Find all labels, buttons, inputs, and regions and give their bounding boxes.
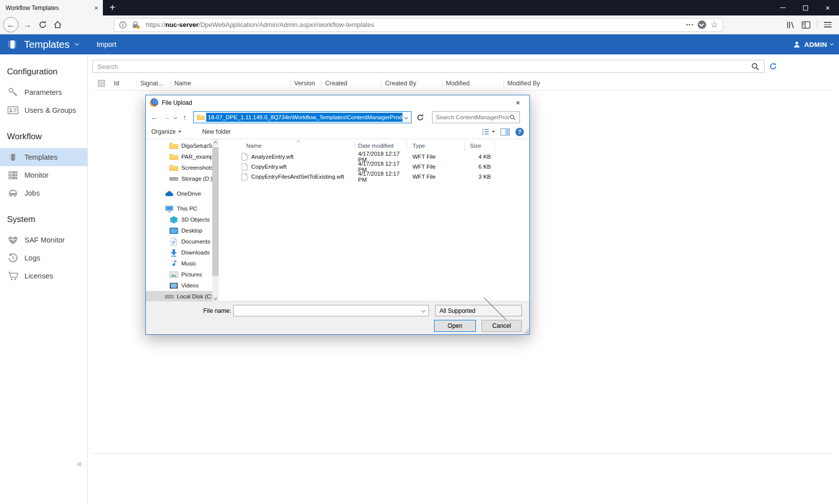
nav-forward-icon[interactable]: → — [162, 114, 171, 121]
dialog-search-box[interactable]: Search ContentManagerProd... — [432, 111, 520, 123]
tree-scrollbar[interactable] — [212, 139, 219, 302]
user-menu[interactable]: ADMIN — [793, 41, 833, 48]
address-refresh-icon[interactable] — [416, 114, 424, 121]
tab-close-icon[interactable]: × — [94, 4, 98, 11]
file-row[interactable]: CopyEntry.wft4/17/2018 12:17 PMWFT File6… — [222, 162, 529, 172]
window-maximize-button[interactable] — [794, 0, 817, 15]
home-button[interactable] — [50, 17, 65, 32]
search-icon[interactable] — [751, 62, 760, 71]
help-icon[interactable]: ? — [515, 128, 524, 136]
organize-menu[interactable]: Organize — [151, 128, 176, 135]
dialog-close-button[interactable]: × — [506, 95, 529, 110]
tree-item-videos[interactable]: Videos — [146, 280, 212, 291]
menu-import[interactable]: Import — [96, 40, 116, 48]
open-button[interactable]: Open — [434, 320, 476, 332]
file-name-combobox[interactable] — [233, 305, 429, 316]
dialog-titlebar[interactable]: File Upload × — [146, 95, 529, 110]
column-header-name[interactable]: Name — [170, 79, 290, 88]
url-text[interactable]: https://nuc-server/DpeWebApplication/Adm… — [146, 21, 682, 28]
list-column-date-modified[interactable]: Date modified — [355, 142, 408, 150]
sidebar-collapse-button[interactable]: « — [77, 459, 81, 469]
list-column-type[interactable]: Type — [408, 142, 465, 150]
tree-item-3d-objects[interactable]: 3D Objects — [146, 214, 212, 225]
bookmark-star-icon[interactable]: ☆ — [711, 20, 718, 29]
back-button[interactable]: ← — [3, 17, 18, 32]
tree-item-storage-d[interactable]: Storage (D:) — [146, 173, 212, 184]
resize-grip[interactable] — [522, 327, 529, 334]
column-header-modified[interactable]: Modified — [442, 79, 503, 88]
cancel-button[interactable]: Cancel — [481, 320, 522, 332]
column-header-created[interactable]: Created — [321, 79, 381, 88]
tree-item-onedrive[interactable]: OneDrive — [146, 188, 212, 199]
window-minimize-button[interactable] — [772, 0, 794, 15]
address-dropdown-icon[interactable] — [405, 115, 408, 119]
reload-button[interactable] — [35, 17, 50, 32]
file-name[interactable]: CopyEntry.wft — [251, 164, 287, 170]
template-search-box[interactable] — [92, 60, 765, 73]
sidebar-item-logs[interactable]: Logs — [0, 249, 87, 267]
scrollbar-thumb[interactable] — [212, 147, 219, 276]
column-header-created-by[interactable]: Created By — [381, 79, 442, 88]
insecure-lock-icon[interactable] — [131, 20, 141, 29]
sidebar-item-users-groups[interactable]: Users & Groups — [0, 101, 87, 119]
file-type-value: All Supported Types — [439, 307, 477, 314]
tree-item-digasetupserver[interactable]: DigaSetupServer — [146, 140, 212, 151]
pocket-icon[interactable] — [698, 20, 706, 29]
combobox-dropdown-icon[interactable] — [421, 308, 425, 312]
url-bar[interactable]: https://nuc-server/DpeWebApplication/Adm… — [114, 18, 723, 32]
tree-item-downloads[interactable]: Downloads — [146, 247, 212, 258]
column-header-id[interactable]: Id — [110, 79, 136, 88]
file-row[interactable]: CopyEntryFilesAndSetToExisting.wft4/17/2… — [222, 172, 529, 182]
dialog-content: DigaSetupServerPAR_examplesScreenshotsSt… — [146, 139, 529, 302]
page-info-icon[interactable] — [119, 21, 127, 29]
chevron-down-icon[interactable] — [75, 41, 79, 45]
page-title[interactable]: Templates — [24, 39, 69, 50]
tree-item-par-examples[interactable]: PAR_examples — [146, 151, 212, 162]
search-input[interactable] — [97, 63, 751, 70]
column-header-modified-by[interactable]: Modified By — [503, 79, 831, 88]
nav-up-icon[interactable]: ↑ — [180, 114, 189, 121]
window-close-button[interactable]: × — [817, 0, 839, 15]
tree-item-music[interactable]: Music — [146, 258, 212, 269]
sidebar-item-parameters[interactable]: Parameters — [0, 83, 87, 101]
sidebar-item-monitor[interactable]: Monitor — [0, 166, 87, 184]
column-header-version[interactable]: Version — [290, 79, 321, 88]
tree-item-label: Desktop — [181, 228, 202, 234]
tree-item-documents[interactable]: Documents — [146, 236, 212, 247]
sidebar-item-saf-monitor[interactable]: SAF Monitor — [0, 231, 87, 249]
file-name-input[interactable] — [237, 307, 420, 314]
preview-pane-icon[interactable] — [500, 128, 510, 136]
tree-item-screenshots[interactable]: Screenshots — [146, 162, 212, 173]
list-column-size[interactable]: Size — [465, 142, 495, 150]
tree-item-local-disk-c[interactable]: Local Disk (C:) — [146, 291, 212, 302]
file-name[interactable]: AnalyzeEntry.wft — [251, 154, 294, 160]
file-type-select[interactable]: All Supported Types — [435, 305, 522, 316]
forward-button[interactable]: → — [20, 17, 35, 32]
library-icon[interactable] — [786, 21, 795, 29]
nav-history-chevron-icon[interactable] — [174, 115, 177, 119]
tree-item-pictures[interactable]: Pictures — [146, 269, 212, 280]
new-tab-button[interactable]: + — [103, 0, 122, 15]
tree-item-this-pc[interactable]: This PC — [146, 203, 212, 214]
address-bar[interactable]: 18-07_DPE_1.11.149.0_8Q734n\Workflow_Tem… — [193, 111, 412, 123]
sidebar-toggle-icon[interactable] — [802, 21, 811, 29]
menu-icon[interactable] — [824, 22, 832, 27]
refresh-list-icon[interactable] — [769, 62, 777, 70]
sidebar-item-licenses[interactable]: Licenses — [0, 267, 87, 285]
details-view-button[interactable] — [481, 128, 495, 135]
browser-tab[interactable]: Workflow Templates × — [0, 0, 103, 15]
nav-back-icon[interactable]: ← — [150, 114, 159, 121]
scroll-up-icon[interactable] — [214, 141, 217, 145]
scroll-down-icon[interactable] — [214, 296, 217, 300]
new-folder-button[interactable]: New folder — [202, 128, 231, 135]
tree-item-desktop[interactable]: Desktop — [146, 225, 212, 236]
address-path[interactable]: 18-07_DPE_1.11.149.0_8Q734n\Workflow_Tem… — [206, 113, 403, 122]
file-name[interactable]: CopyEntryFilesAndSetToExisting.wft — [251, 174, 344, 180]
file-row[interactable]: AnalyzeEntry.wft4/17/2018 12:17 PMWFT Fi… — [222, 152, 529, 162]
sidebar-item-templates[interactable]: Templates — [0, 148, 87, 166]
column-header-signat[interactable]: Signat... — [136, 79, 170, 88]
sidebar-item-jobs[interactable]: Jobs — [0, 184, 87, 202]
list-column-name[interactable]: Name — [222, 142, 355, 150]
page-actions-icon[interactable] — [686, 24, 693, 25]
select-all-checkbox[interactable] — [98, 80, 105, 87]
